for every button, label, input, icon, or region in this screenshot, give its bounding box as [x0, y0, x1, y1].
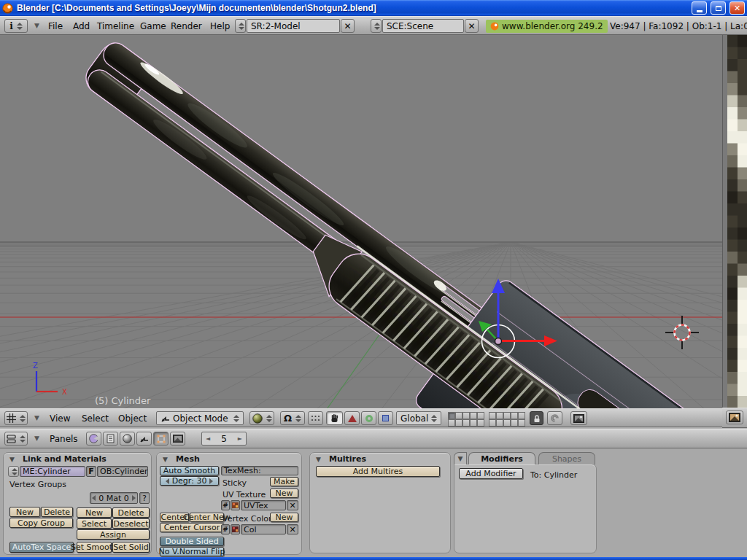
material-help-button[interactable]: ? — [139, 492, 150, 504]
uvtex-name-field[interactable]: UVTex — [241, 500, 286, 510]
texmesh-field[interactable]: TexMesh: — [221, 466, 298, 475]
translate-manipulator-button[interactable] — [344, 411, 360, 425]
layer-4-toggle[interactable] — [470, 412, 477, 419]
shotgun-model[interactable] — [43, 35, 722, 409]
frame-prev-icon[interactable]: ◄ — [206, 435, 210, 442]
deselect-button[interactable]: Deselect — [112, 518, 150, 529]
uvtex-image-icon[interactable] — [231, 500, 240, 510]
rotate-manipulator-button[interactable] — [361, 411, 376, 425]
shading-context-button[interactable] — [120, 432, 135, 446]
menu-select[interactable]: Select — [82, 413, 109, 424]
screen-selector[interactable]: SR:2-Model — [247, 19, 340, 33]
mesh-browse-button[interactable] — [8, 466, 19, 477]
copy-group-button[interactable]: Copy Group — [9, 518, 73, 528]
render-preview-button[interactable] — [570, 411, 587, 425]
uv-texture-new-button[interactable]: New — [270, 489, 298, 498]
layer-8-toggle[interactable] — [462, 419, 470, 427]
menu-object[interactable]: Object — [118, 413, 147, 424]
menu-timeline[interactable]: Timeline — [97, 21, 134, 31]
tab-shapes[interactable]: Shapes — [538, 452, 595, 464]
mesh-datablock-field[interactable]: ME:Cylinder — [20, 466, 85, 477]
layer-15-toggle[interactable] — [518, 412, 525, 419]
vgroup-delete-button[interactable]: Delete — [41, 507, 73, 517]
degr-slider[interactable]: Degr: 30 — [160, 476, 219, 486]
layer-5-toggle[interactable] — [477, 412, 484, 419]
increment-icon[interactable] — [132, 495, 136, 501]
assign-button[interactable]: Assign — [77, 529, 150, 540]
no-vnormal-flip-button[interactable]: No V.Normal Flip — [160, 547, 224, 556]
center-cursor-button[interactable]: Center Cursor — [160, 523, 224, 532]
layer-3-toggle[interactable] — [462, 412, 470, 419]
sticky-make-button[interactable]: Make — [270, 477, 298, 486]
frame-number-field[interactable]: ◄ 5 ► — [201, 432, 247, 446]
scene-browse-button[interactable] — [371, 19, 382, 33]
tab-modifiers[interactable]: Modifiers — [468, 452, 535, 464]
manipulator-toggle-button[interactable] — [326, 411, 343, 425]
material-new-button[interactable]: New — [77, 508, 112, 518]
scene-delete-button[interactable]: ✕ — [465, 19, 479, 33]
minimize-button[interactable] — [692, 1, 707, 15]
draw-type-selector[interactable] — [249, 411, 274, 425]
vcol-name-field[interactable]: Col — [241, 524, 286, 534]
layer-13-toggle[interactable] — [503, 412, 511, 419]
layer-19-toggle[interactable] — [511, 419, 518, 427]
layer-7-toggle[interactable] — [455, 419, 462, 427]
screen-browse-button[interactable] — [235, 19, 246, 33]
pivot-selector[interactable]: Ω — [280, 411, 305, 425]
buttons-window-type-button[interactable] — [4, 432, 28, 446]
restore-button[interactable] — [711, 1, 726, 15]
vcol-image-icon[interactable] — [231, 524, 240, 534]
logic-context-button[interactable] — [86, 432, 101, 446]
titlebar[interactable]: Blender [C:\Documents and Settings\Joeyy… — [0, 0, 747, 16]
layer-14-toggle[interactable] — [511, 412, 518, 419]
auto-smooth-button[interactable]: Auto Smooth — [160, 466, 219, 475]
vertex-color-new-button[interactable]: New — [270, 513, 298, 522]
menu-file[interactable]: File — [48, 21, 63, 31]
panel-collapse-tab[interactable]: ▼ — [454, 452, 467, 464]
add-multires-button[interactable]: Add Multires — [316, 466, 440, 477]
panel-collapse-icon[interactable]: ▼ — [316, 456, 321, 463]
autotex-space-button[interactable]: AutoTex Space — [9, 542, 74, 553]
set-smooth-button[interactable]: Set Smooth — [77, 542, 112, 553]
uvtex-delete-button[interactable]: ✕ — [287, 500, 298, 510]
layer-2-toggle[interactable] — [455, 412, 462, 419]
collapse-menus-icon[interactable]: ▼ — [34, 435, 39, 442]
layer-20-toggle[interactable] — [518, 419, 525, 427]
layer-6-toggle[interactable] — [448, 419, 455, 427]
menu-add[interactable]: Add — [73, 21, 90, 31]
object-name-field[interactable]: OB:Cylinder — [97, 466, 148, 477]
scale-manipulator-button[interactable] — [378, 411, 393, 425]
menu-game[interactable]: Game — [140, 21, 166, 31]
image-editor-strip[interactable] — [722, 35, 747, 408]
set-solid-button[interactable]: Set Solid — [112, 542, 150, 553]
layer-10-toggle[interactable] — [477, 419, 484, 427]
frame-next-icon[interactable]: ► — [238, 435, 242, 442]
layer-16-toggle[interactable] — [489, 419, 496, 427]
layer-11-toggle[interactable] — [489, 412, 496, 419]
window-type-button[interactable]: i — [4, 19, 28, 33]
decrement-icon[interactable] — [166, 478, 169, 484]
uvtex-pin-icon[interactable]: # — [221, 500, 230, 510]
layer-1-toggle[interactable] — [448, 412, 455, 419]
viewport-canvas[interactable]: Z X (5) Cylinder — [0, 35, 722, 409]
menu-panels[interactable]: Panels — [50, 434, 78, 444]
close-button[interactable]: ✕ — [729, 1, 745, 15]
viewport-window-type-button[interactable] — [4, 411, 28, 425]
version-badge[interactable]: www.blender.org 249.2 — [486, 20, 608, 33]
editing-context-button[interactable] — [153, 432, 169, 446]
collapse-menus-icon[interactable]: ▼ — [34, 22, 39, 29]
layer-18-toggle[interactable] — [503, 419, 511, 427]
manipulator-dots-button[interactable] — [308, 411, 323, 425]
scene-selector[interactable]: SCE:Scene — [382, 19, 464, 33]
vgroup-new-button[interactable]: New — [9, 507, 40, 517]
vcol-pin-icon[interactable]: # — [221, 524, 230, 534]
script-context-button[interactable] — [103, 432, 118, 446]
proportional-snap-button[interactable] — [547, 411, 562, 425]
layer-9-toggle[interactable] — [470, 419, 477, 427]
layer-17-toggle[interactable] — [496, 419, 503, 427]
material-delete-button[interactable]: Delete — [112, 508, 150, 518]
collapse-menus-icon[interactable]: ▼ — [34, 414, 39, 421]
menu-render[interactable]: Render — [171, 21, 202, 31]
select-button[interactable]: Select — [77, 518, 112, 529]
double-sided-button[interactable]: Double Sided — [160, 537, 224, 546]
